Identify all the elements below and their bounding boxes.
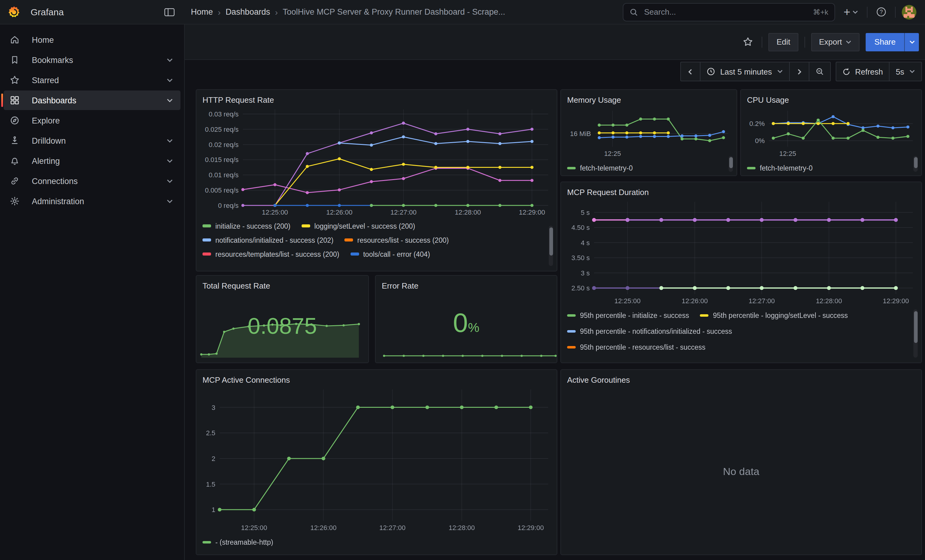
- legend-item[interactable]: 95th percentile - initialize - success: [567, 312, 689, 319]
- legend-scrollbar[interactable]: [913, 156, 917, 172]
- panel-cpu-usage[interactable]: CPU Usage 12:250.2%0% fetch-telemetry-0: [740, 89, 922, 176]
- sidebar-item-starred[interactable]: Starred: [4, 70, 181, 90]
- sidebar-item-label: Alerting: [32, 156, 154, 165]
- sidebar-item-bookmarks[interactable]: Bookmarks: [4, 50, 181, 70]
- legend-scrollbar[interactable]: [729, 156, 733, 172]
- breadcrumb-home[interactable]: Home: [191, 8, 213, 17]
- chevron-down-icon[interactable]: [166, 158, 173, 164]
- legend-item[interactable]: initialize - success (200): [202, 222, 290, 230]
- top-nav: Grafana Home › Dashboards › ToolHive MCP…: [0, 0, 925, 24]
- chevron-down-icon[interactable]: [166, 97, 173, 104]
- chevron-down-icon[interactable]: [166, 137, 173, 144]
- sidebar-item-connections[interactable]: Connections: [4, 171, 181, 191]
- bookmark-icon: [10, 55, 20, 65]
- zoom-out-icon: [815, 67, 824, 76]
- add-button[interactable]: +: [841, 5, 861, 19]
- legend-item[interactable]: resources/list - success (200): [344, 236, 449, 244]
- avatar[interactable]: [902, 5, 916, 19]
- time-shift-back-button[interactable]: [681, 62, 700, 81]
- svg-text:12:26:00: 12:26:00: [681, 297, 708, 305]
- legend-item[interactable]: tools/call - error (404): [350, 250, 430, 258]
- breadcrumb-dashboards[interactable]: Dashboards: [226, 8, 270, 17]
- export-button[interactable]: Export: [811, 33, 860, 51]
- panel-title: Active Goroutines: [567, 374, 915, 386]
- favorite-star-icon[interactable]: [741, 34, 756, 50]
- svg-text:?: ?: [880, 9, 883, 15]
- legend-item[interactable]: - (streamable-http): [202, 539, 273, 546]
- zoom-out-button[interactable]: [809, 62, 830, 81]
- svg-text:12:29:00: 12:29:00: [518, 524, 544, 531]
- help-icon[interactable]: ?: [874, 4, 889, 20]
- svg-text:0.015 req/s: 0.015 req/s: [205, 156, 239, 164]
- header-left: Grafana: [0, 5, 185, 19]
- sidebar-toggle-icon[interactable]: [161, 5, 178, 19]
- legend-scrollbar[interactable]: [549, 225, 553, 266]
- legend-label: fetch-telemetry-0: [760, 164, 813, 172]
- refresh-interval-picker[interactable]: 5s: [889, 62, 921, 81]
- panel-memory-usage[interactable]: Memory Usage 12:2516 MiB fetch-telemetry…: [560, 89, 737, 176]
- sidebar-item-drilldown[interactable]: Drilldown: [4, 131, 181, 150]
- svg-text:12:28:00: 12:28:00: [455, 209, 481, 216]
- edit-button[interactable]: Edit: [769, 33, 798, 51]
- time-shift-forward-button[interactable]: [789, 62, 809, 81]
- svg-text:12:25:00: 12:25:00: [241, 524, 267, 531]
- panel-mcp-request-duration[interactable]: MCP Request Duration 12:25:0012:26:0012:…: [560, 182, 922, 363]
- chevron-right-icon: [795, 68, 802, 75]
- legend-scrollbar[interactable]: [913, 309, 917, 357]
- legend-label: tools/call - success (200): [215, 264, 293, 265]
- svg-text:0.03 req/s: 0.03 req/s: [209, 110, 239, 118]
- bell-icon: [10, 156, 20, 166]
- svg-text:3 s: 3 s: [581, 269, 590, 277]
- sidebar-item-explore[interactable]: Explore: [4, 111, 181, 130]
- panel-error-rate[interactable]: Error Rate 0%: [375, 275, 557, 363]
- share-button-group: Share: [866, 33, 919, 51]
- svg-text:1.5: 1.5: [206, 480, 215, 488]
- refresh-interval-label: 5s: [896, 67, 904, 76]
- chevron-down-icon[interactable]: [166, 198, 173, 204]
- svg-text:1: 1: [212, 506, 215, 513]
- sidebar-item-home[interactable]: Home: [4, 30, 181, 50]
- legend-item[interactable]: notifications/initialized - success (202…: [202, 236, 333, 244]
- search-input[interactable]: [643, 7, 808, 17]
- time-controls: Last 5 minutes Refresh 5s: [680, 62, 922, 81]
- panel-total-request-rate[interactable]: Total Request Rate 0.0875: [196, 275, 369, 363]
- legend-item[interactable]: logging/setLevel - success (200): [301, 222, 415, 230]
- share-dropdown-button[interactable]: [904, 33, 919, 51]
- chevron-down-icon: [777, 69, 783, 75]
- grafana-logo[interactable]: [8, 5, 21, 19]
- sidebar-item-label: Administration: [32, 197, 154, 206]
- panel-active-goroutines[interactable]: Active Goroutines No data: [560, 369, 922, 555]
- legend-item[interactable]: tools/call - success (200): [202, 264, 293, 265]
- svg-text:12:26:00: 12:26:00: [310, 524, 337, 531]
- search-box[interactable]: ⌘+k: [623, 3, 835, 21]
- time-range-picker[interactable]: Last 5 minutes: [700, 62, 789, 81]
- legend-item[interactable]: fetch-telemetry-0: [567, 164, 633, 172]
- legend-swatch: [350, 253, 359, 255]
- legend-item[interactable]: unknown - success (200): [403, 264, 494, 265]
- legend-item[interactable]: tools/list - success (200): [304, 264, 392, 265]
- sidebar-item-dashboards[interactable]: Dashboards: [4, 90, 181, 110]
- sidebar-item-alerting[interactable]: Alerting: [4, 151, 181, 171]
- legend-item[interactable]: 95th percentile - notifications/initiali…: [567, 328, 732, 335]
- legend-label: initialize - success (200): [215, 222, 290, 230]
- panel-title: HTTP Request Rate: [202, 94, 551, 107]
- legend-item[interactable]: 95th percentile - resources/list - succe…: [567, 344, 705, 351]
- sidebar-item-label: Bookmarks: [32, 56, 154, 65]
- share-button[interactable]: Share: [866, 33, 904, 51]
- breadcrumb-separator: ›: [275, 7, 278, 17]
- legend-swatch: [567, 346, 575, 349]
- sidebar-item-administration[interactable]: Administration: [4, 191, 181, 211]
- legend-item[interactable]: resources/templates/list - success (200): [202, 250, 339, 258]
- refresh-button[interactable]: Refresh: [836, 62, 889, 81]
- no-data-message: No data: [561, 466, 921, 478]
- chevron-down-icon: [846, 39, 852, 45]
- panel-mcp-active-connections[interactable]: MCP Active Connections 12:25:0012:26:001…: [196, 369, 557, 555]
- legend-item[interactable]: 95th percentile - logging/setLevel - suc…: [700, 312, 848, 319]
- chevron-down-icon[interactable]: [166, 57, 173, 63]
- chevron-down-icon[interactable]: [166, 177, 173, 184]
- legend-item[interactable]: fetch-telemetry-0: [747, 164, 813, 172]
- svg-text:12:25:00: 12:25:00: [262, 209, 288, 216]
- panel-http-request-rate[interactable]: HTTP Request Rate 12:25:0012:26:0012:27:…: [196, 89, 557, 272]
- legend: initialize - success (200)logging/setLev…: [202, 219, 551, 265]
- chevron-down-icon[interactable]: [166, 77, 173, 83]
